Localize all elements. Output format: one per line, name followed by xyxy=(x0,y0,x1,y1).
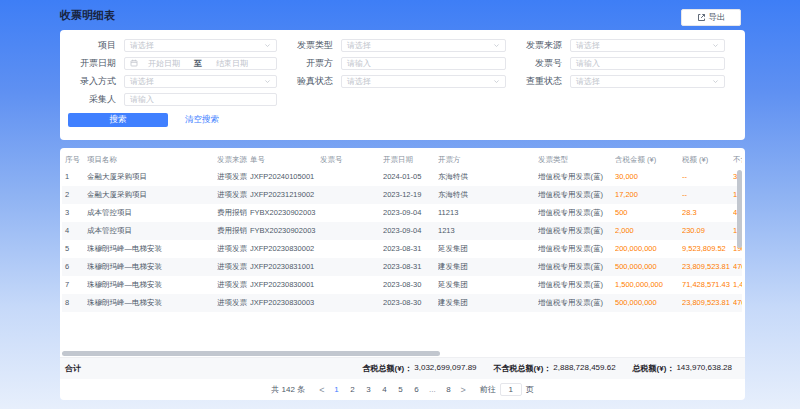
date-separator: 至 xyxy=(194,58,202,69)
table-cell: 增值税专用发票(蓝) xyxy=(538,190,615,200)
search-button[interactable]: 搜索 xyxy=(68,113,168,127)
summary-item-label: 不含税总额(¥)： xyxy=(494,363,552,374)
pagination-page[interactable]: 8 xyxy=(440,383,456,397)
date-start-placeholder: 开始日期 xyxy=(148,58,180,69)
column-header: 开票方 xyxy=(438,155,538,165)
table-row[interactable]: 4成本管控项目费用报销FYBX202309020032023-09-041213… xyxy=(62,222,742,240)
table-cell: 珠穆朗玛峰—电梯安装 xyxy=(87,298,217,308)
invoice-date-label: 开票日期 xyxy=(60,57,116,70)
table-row[interactable]: 5珠穆朗玛峰—电梯安装进项发票JXFP202308300022023-08-31… xyxy=(62,240,742,258)
invoice-type-label: 发票类型 xyxy=(277,39,333,52)
table-cell: 500,000,000 xyxy=(615,262,682,272)
filter-panel: 项目 请选择 发票类型 请选择 发票来源 请选择 xyxy=(60,30,745,140)
table-cell: FYBX20230902003 xyxy=(250,226,320,236)
table-cell: 500,000,000 xyxy=(615,298,682,308)
table-row[interactable]: 1金融大厦采购项目进项发票JXFP202401050012024-01-05东海… xyxy=(62,168,742,186)
table-cell: 费用报销 xyxy=(217,208,250,218)
pagination-page[interactable]: 2 xyxy=(344,383,360,397)
table-cell: 9,523,809.52 xyxy=(682,244,733,254)
table-row[interactable]: 2金融大厦采购项目进项发票JXFP202312190022023-12-19东海… xyxy=(62,186,742,204)
verify-status-label: 验真状态 xyxy=(277,75,333,88)
summary-item-value: 2,888,728,459.62 xyxy=(553,363,615,374)
table-row[interactable]: 7珠穆朗玛峰—电梯安装进项发票JXFP202308300012023-08-30… xyxy=(62,276,742,294)
collector-input[interactable]: 请输入 xyxy=(124,93,277,106)
entry-method-label: 录入方式 xyxy=(60,75,116,88)
summary-item-label: 含税总额(¥)： xyxy=(362,363,412,374)
horizontal-scrollbar[interactable] xyxy=(62,351,440,356)
invoice-source-select[interactable]: 请选择 xyxy=(570,39,725,52)
chevron-down-icon xyxy=(712,78,719,85)
table-cell: 进项发票 xyxy=(217,190,250,200)
chevron-down-icon xyxy=(264,42,271,49)
summary-row: 合计 含税总额(¥)：3,032,699,097.89不含税总额(¥)：2,88… xyxy=(60,357,745,379)
dup-status-select[interactable]: 请选择 xyxy=(570,75,725,88)
table-cell: 费用报销 xyxy=(217,226,250,236)
pagination-goto-label: 前往 xyxy=(480,384,496,395)
table-row[interactable]: 3成本管控项目费用报销FYBX202309020032023-09-041121… xyxy=(62,204,742,222)
table-cell: 珠穆朗玛峰—电梯安装 xyxy=(87,244,217,254)
table-cell: 2023-09-04 xyxy=(383,208,438,218)
summary-item-label: 总税额(¥)： xyxy=(633,363,675,374)
pagination-page[interactable]: 4 xyxy=(376,383,392,397)
verify-status-select[interactable]: 请选择 xyxy=(341,75,506,88)
clear-search-link[interactable]: 清空搜索 xyxy=(185,114,219,126)
table-header-row: 序号项目名称发票来源单号发票号开票日期开票方发票类型含税金额 (¥)税额 (¥)… xyxy=(62,151,742,168)
table-cell: 金融大厦采购项目 xyxy=(87,172,217,182)
pagination: 共 142 条 < 123456...8 > 前往 页 xyxy=(60,379,745,400)
table-cell: 476,190,476.19 xyxy=(733,298,742,308)
column-header: 发票号 xyxy=(320,155,383,165)
table-row[interactable]: 6珠穆朗玛峰—电梯安装进项发票JXFP202308310012023-08-31… xyxy=(62,258,742,276)
table-cell: 6 xyxy=(62,262,87,272)
table-cell: 8 xyxy=(62,298,87,308)
issuer-input[interactable]: 请输入 xyxy=(341,57,506,70)
table-cell: JXFP20230830003 xyxy=(250,298,320,308)
table-cell: JXFP20231219002 xyxy=(250,190,320,200)
table-cell: 进项发票 xyxy=(217,244,250,254)
chevron-down-icon xyxy=(493,42,500,49)
pagination-ellipsis: ... xyxy=(424,383,440,397)
table-cell: 金融大厦采购项目 xyxy=(87,190,217,200)
table-cell: 增值税专用发票(蓝) xyxy=(538,298,615,308)
pagination-page[interactable]: 6 xyxy=(408,383,424,397)
table-cell: 进项发票 xyxy=(217,280,250,290)
summary-item: 含税总额(¥)：3,032,699,097.89 xyxy=(362,363,476,374)
pagination-goto-suffix: 页 xyxy=(526,384,534,395)
column-header: 税额 (¥) xyxy=(682,155,733,165)
pagination-page[interactable]: 5 xyxy=(392,383,408,397)
table-cell: 增值税专用发票(蓝) xyxy=(538,280,615,290)
invoice-type-select[interactable]: 请选择 xyxy=(341,39,506,52)
invoice-date-range[interactable]: 开始日期 至 结束日期 xyxy=(124,57,277,70)
table-cell: 1,500,000,000 xyxy=(615,280,682,290)
issuer-label: 开票方 xyxy=(277,57,333,70)
table-cell: 珠穆朗玛峰—电梯安装 xyxy=(87,280,217,290)
table-cell: 建发集团 xyxy=(438,262,538,272)
pagination-goto-input[interactable] xyxy=(500,383,522,396)
table-cell: 增值税专用发票(蓝) xyxy=(538,244,615,254)
table-cell: 1 xyxy=(62,172,87,182)
pagination-next-button[interactable]: > xyxy=(456,385,469,395)
table-cell: 2023-09-04 xyxy=(383,226,438,236)
pagination-prev-button[interactable]: < xyxy=(315,385,328,395)
export-button[interactable]: 导出 xyxy=(681,9,741,26)
table-cell: 1213 xyxy=(438,226,538,236)
table-body: 1金融大厦采购项目进项发票JXFP202401050012024-01-05东海… xyxy=(62,168,742,312)
invoice-no-input[interactable]: 请输入 xyxy=(570,57,725,70)
project-label: 项目 xyxy=(60,39,116,52)
calendar-icon xyxy=(130,59,138,67)
table-cell: 2023-08-31 xyxy=(383,244,438,254)
entry-method-select[interactable]: 请选择 xyxy=(124,75,277,88)
table-cell: 东海特供 xyxy=(438,190,538,200)
table-row[interactable]: 8珠穆朗玛峰—电梯安装进项发票JXFP202308300032023-08-30… xyxy=(62,294,742,312)
table-cell: 增值税专用发票(蓝) xyxy=(538,226,615,236)
table-cell: 4 xyxy=(62,226,87,236)
pagination-page[interactable]: 1 xyxy=(328,383,344,397)
column-header: 单号 xyxy=(250,155,320,165)
table-cell: 进项发票 xyxy=(217,262,250,272)
table-cell: 23,809,523.81 xyxy=(682,298,733,308)
vertical-scrollbar[interactable] xyxy=(737,170,742,248)
pagination-page[interactable]: 3 xyxy=(360,383,376,397)
table-cell: 3 xyxy=(62,208,87,218)
table-cell: 5 xyxy=(62,244,87,254)
table-cell: 建发集团 xyxy=(438,298,538,308)
project-select[interactable]: 请选择 xyxy=(124,39,277,52)
